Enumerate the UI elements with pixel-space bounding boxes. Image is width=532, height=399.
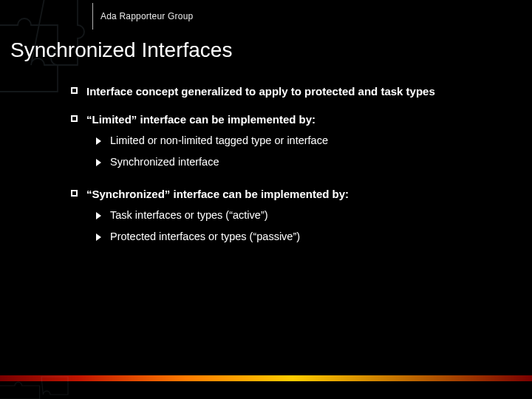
sub-bullet-text: Protected interfaces or types (“passive”…	[110, 230, 300, 244]
bullet-item: “Limited” interface can be implemented b…	[71, 112, 502, 127]
arrow-bullet-icon	[96, 233, 101, 241]
slide-content: Interface concept generalized to apply t…	[0, 62, 532, 244]
puzzle-deco-bottom	[0, 347, 81, 399]
square-bullet-icon	[71, 190, 78, 197]
sub-bullet-text: Synchronized interface	[110, 155, 219, 169]
slide-header: Ada Rapporteur Group	[0, 0, 532, 33]
sub-bullet-item: Protected interfaces or types (“passive”…	[96, 230, 502, 244]
bullet-text: Interface concept generalized to apply t…	[86, 84, 435, 99]
square-bullet-icon	[71, 87, 78, 94]
sub-bullet-item: Limited or non-limited tagged type or in…	[96, 134, 502, 148]
bullet-text: “Limited” interface can be implemented b…	[86, 112, 316, 127]
square-bullet-icon	[71, 115, 78, 122]
header-divider	[92, 3, 93, 30]
slide-title: Synchronized Interfaces	[0, 33, 532, 62]
sub-bullet-text: Task interfaces or types (“active”)	[110, 208, 268, 222]
sub-bullet-item: Task interfaces or types (“active”)	[96, 208, 502, 222]
sub-bullet-item: Synchronized interface	[96, 155, 502, 169]
arrow-bullet-icon	[96, 159, 101, 166]
bullet-text: “Synchronized” interface can be implemen…	[86, 187, 349, 202]
bullet-item: Interface concept generalized to apply t…	[71, 84, 502, 99]
footer-stripe	[0, 375, 532, 381]
sub-bullet-text: Limited or non-limited tagged type or in…	[110, 134, 328, 148]
arrow-bullet-icon	[96, 212, 101, 219]
bullet-item: “Synchronized” interface can be implemen…	[71, 187, 502, 202]
header-group-label: Ada Rapporteur Group	[96, 11, 193, 21]
arrow-bullet-icon	[96, 137, 101, 145]
